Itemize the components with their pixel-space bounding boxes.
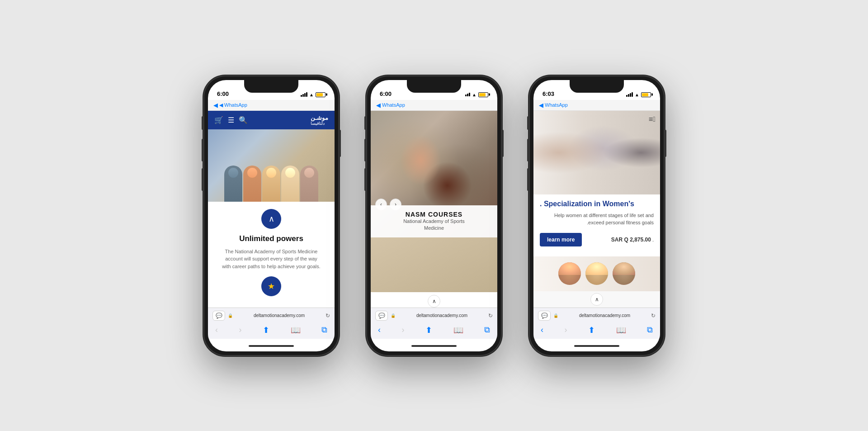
- chat-icon-3[interactable]: 💬: [538, 311, 551, 321]
- battery-fill-3: [642, 93, 648, 96]
- menu-icon[interactable]: ☰: [228, 116, 234, 124]
- whatsapp-bar-2[interactable]: ◀ WhatsApp: [371, 100, 497, 111]
- home-indicator-1: [208, 339, 335, 351]
- battery-2: [478, 92, 488, 97]
- lock-icon-1: 🔒: [228, 313, 233, 318]
- wifi-icon-1: ▲: [309, 92, 314, 97]
- womens-image: ≡⃝: [533, 111, 660, 194]
- person-face-2: [585, 262, 608, 285]
- signal-icon-1: [301, 92, 307, 97]
- reload-icon-2[interactable]: ↻: [488, 313, 493, 319]
- url-bar-3[interactable]: deltamotionacademy.com: [561, 313, 648, 318]
- forward-nav-2[interactable]: ›: [402, 325, 405, 335]
- site-logo: موشـن دلتافيسا: [311, 114, 328, 126]
- lower-people-section: [533, 256, 660, 291]
- star-icon: ★: [268, 281, 275, 291]
- whatsapp-bar-3[interactable]: ◀ WhatsApp: [533, 100, 660, 111]
- nasm-course-image: ‹ › NASM COURSES National Academy of Spo…: [371, 111, 497, 237]
- cart-icon[interactable]: 🛒: [214, 116, 223, 124]
- course-subtitle-1: National Academy of Sports: [376, 218, 492, 225]
- phone-3-screen: 6:03 ▲ ◀ WhatsApp: [533, 80, 660, 351]
- course-title: NASM COURSES: [376, 211, 492, 218]
- tabs-nav-1[interactable]: ⧉: [321, 325, 327, 335]
- title-dot: .: [540, 200, 542, 208]
- women-bg-image: [533, 111, 660, 194]
- tabs-nav-3[interactable]: ⧉: [647, 325, 653, 335]
- back-arrow-3[interactable]: ◀: [539, 102, 543, 109]
- phone-1: 6:00 ▲ ◀ ◀ WhatsApp: [203, 76, 339, 356]
- back-nav-3[interactable]: ‹: [541, 325, 543, 335]
- back-nav-2[interactable]: ‹: [378, 325, 381, 335]
- notch-3: [570, 80, 624, 93]
- browser-nav-3: ‹ › ⬆ 📖 ⧉: [533, 323, 660, 339]
- forward-nav-1[interactable]: ›: [239, 325, 242, 335]
- home-indicator-3: [533, 339, 660, 351]
- specialization-desc: Help women at different stages of life s…: [540, 212, 654, 227]
- lock-icon-3: 🔒: [553, 313, 558, 318]
- notch-1: [244, 80, 298, 93]
- url-bar-2[interactable]: deltamotionacademy.com: [398, 313, 486, 318]
- wifi-icon-2: ▲: [472, 92, 476, 97]
- status-time-3: 6:03: [542, 90, 554, 97]
- reload-icon-1[interactable]: ↻: [326, 313, 330, 319]
- phone3-second-image: [533, 256, 660, 291]
- browser-nav-2: ‹ › ⬆ 📖 ⧉: [371, 323, 497, 339]
- whatsapp-label-1: ◀ WhatsApp: [219, 102, 247, 108]
- reload-icon-3[interactable]: ↻: [651, 313, 656, 319]
- forward-nav-3[interactable]: ›: [565, 325, 567, 335]
- course-label: NASM COURSES National Academy of Sports …: [371, 205, 497, 237]
- wifi-icon-3: ▲: [635, 92, 639, 97]
- scroll-up-button-3[interactable]: ∧: [590, 293, 603, 306]
- price-display: . SAR Q 2,875.00: [611, 237, 654, 243]
- chevron-up-button[interactable]: ∧: [261, 209, 281, 229]
- logo-arabic: موشـن: [311, 114, 328, 121]
- course-subtitle-2: Medicine: [376, 225, 492, 232]
- specialization-title: . Specialization in Women's: [540, 200, 654, 208]
- unlimited-powers-desc: The National Academy of Sports Medicine …: [222, 248, 321, 270]
- url-bar-1[interactable]: deltamotionacademy.com: [236, 313, 323, 318]
- bookmarks-nav-2[interactable]: 📖: [453, 325, 463, 335]
- person-face-3: [613, 262, 635, 285]
- bookmarks-nav-1[interactable]: 📖: [291, 325, 301, 335]
- phones-container: 6:00 ▲ ◀ ◀ WhatsApp: [203, 76, 665, 356]
- back-nav-1[interactable]: ‹: [215, 325, 218, 335]
- scroll-up-button-2[interactable]: ∧: [428, 295, 440, 308]
- browser-bar-3: 💬 🔒 deltamotionacademy.com ↻: [533, 308, 660, 323]
- signal-icon-3: [626, 92, 633, 97]
- phone-1-screen: 6:00 ▲ ◀ ◀ WhatsApp: [208, 80, 335, 351]
- learn-more-button[interactable]: learn more: [540, 233, 582, 246]
- person-face-1: [558, 262, 581, 285]
- whatsapp-bar-1[interactable]: ◀ ◀ WhatsApp: [208, 100, 335, 111]
- phone-3: 6:03 ▲ ◀ WhatsApp: [529, 76, 665, 356]
- phone3-actions: learn more . SAR Q 2,875.00: [540, 233, 654, 246]
- chat-icon-1[interactable]: 💬: [212, 311, 225, 321]
- lock-icon-2: 🔒: [391, 313, 396, 318]
- signal-icon-2: [465, 93, 470, 96]
- search-icon[interactable]: 🔍: [239, 116, 248, 124]
- back-arrow-1[interactable]: ◀: [213, 102, 218, 109]
- share-nav-3[interactable]: ⬆: [588, 325, 595, 335]
- whatsapp-label-3: WhatsApp: [545, 102, 568, 108]
- status-icons-3: ▲: [626, 92, 651, 97]
- bookmarks-nav-3[interactable]: 📖: [616, 325, 626, 335]
- chevron-up-icon: ∧: [269, 214, 274, 224]
- star-button[interactable]: ★: [261, 276, 281, 296]
- status-time-1: 6:00: [217, 90, 229, 97]
- phone3-info: . Specialization in Women's Help women a…: [533, 194, 660, 256]
- tabs-nav-2[interactable]: ⧉: [484, 325, 490, 335]
- home-indicator-2: [371, 339, 497, 351]
- phone-2-screen: 6:00 ▲ ◀ WhatsApp: [371, 80, 497, 351]
- phone-3-content: ≡⃝ . Specialization in Women's Help wome…: [533, 111, 660, 351]
- logo-english: دلتافيسا: [311, 121, 325, 126]
- chat-icon-2[interactable]: 💬: [375, 311, 388, 321]
- battery-1: [316, 92, 326, 97]
- share-nav-2[interactable]: ⬆: [425, 325, 432, 335]
- filter-icon[interactable]: ≡⃝: [649, 115, 656, 123]
- battery-fill-1: [316, 93, 323, 96]
- phone-2-content: ‹ › NASM COURSES National Academy of Spo…: [371, 111, 497, 351]
- phone-1-content: 🛒 ☰ 🔍 موشـن دلتافيسا: [208, 111, 335, 351]
- share-nav-1[interactable]: ⬆: [263, 325, 269, 335]
- back-arrow-2[interactable]: ◀: [376, 102, 381, 109]
- browser-nav-1: ‹ › ⬆ 📖 ⧉: [208, 323, 335, 339]
- price-value: SAR Q 2,875.00: [611, 237, 651, 243]
